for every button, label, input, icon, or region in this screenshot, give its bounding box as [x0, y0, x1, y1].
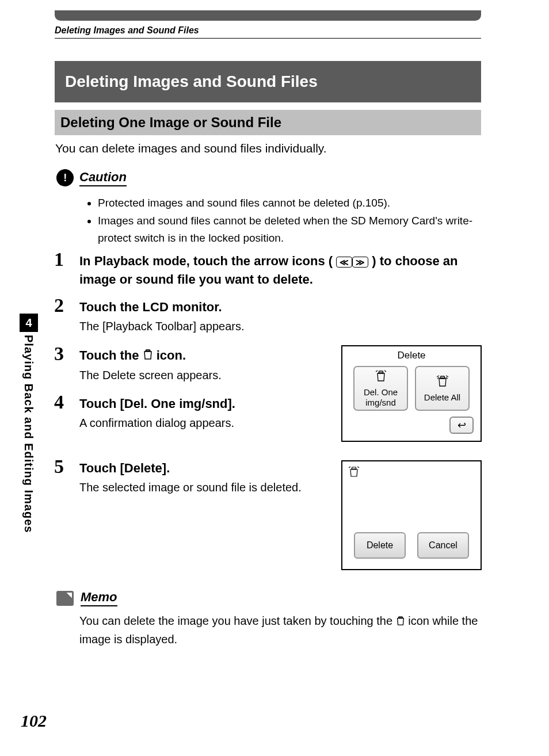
memo-text-a: You can delete the image you have just t… [79, 614, 396, 627]
page-number: 102 [21, 711, 47, 731]
page-title: Deleting Images and Sound Files [55, 61, 481, 102]
trash-icon [396, 613, 405, 631]
delete-screen: Delete Del. One img/snd Delete All ↩ [341, 345, 482, 442]
del-one-button[interactable]: Del. One img/snd [353, 366, 408, 411]
back-button[interactable]: ↩ [449, 417, 474, 434]
confirm-delete-button[interactable]: Delete [354, 532, 406, 559]
delete-all-button[interactable]: Delete All [415, 366, 470, 411]
step-number: 3 [54, 343, 64, 365]
caution-icon [54, 167, 76, 189]
step-number: 1 [54, 249, 64, 270]
step-1-heading: In Playback mode, touch the arrow icons … [79, 252, 480, 289]
caution-heading: Caution [56, 169, 127, 186]
step-number: 2 [54, 295, 64, 316]
header-underline [55, 38, 481, 39]
step-number: 5 [54, 456, 64, 478]
side-tab-number: 4 [20, 314, 38, 332]
running-header: Deleting Images and Sound Files [55, 25, 199, 36]
caution-bullet-2: Images and sound files cannot be deleted… [98, 212, 480, 246]
step-3-text-b: icon. [157, 348, 186, 362]
step-2-heading: Touch the LCD monitor. [79, 298, 480, 316]
side-tab-text: Playing Back and Editing Images [22, 335, 35, 533]
memo-text: You can delete the image you have just t… [79, 612, 481, 648]
del-one-label-1: Del. One [364, 387, 398, 397]
delete-screen-title: Delete [342, 346, 481, 366]
caution-bullets: Protected images and sound files cannot … [87, 194, 480, 247]
caution-bullet-1: Protected images and sound files cannot … [98, 194, 480, 211]
trash-icon [143, 347, 153, 365]
back-arrow-icon: ↩ [458, 419, 466, 432]
step-2: 2 Touch the LCD monitor. The [Playback T… [54, 298, 480, 333]
trash-all-icon [436, 375, 449, 390]
right-arrow-icon: ≫ [352, 257, 368, 268]
intro-text: You can delete images and sound files in… [55, 142, 327, 155]
step-number: 4 [54, 391, 64, 413]
confirm-screen: Delete Cancel [341, 460, 482, 570]
memo-label: Memo [81, 590, 117, 606]
step-2-body: The [Playback Toolbar] appears. [79, 320, 480, 333]
trash-small-icon [348, 466, 360, 480]
step-1-text-a: In Playback mode, touch the arrow icons … [79, 254, 333, 268]
caution-label: Caution [79, 170, 127, 186]
trash-single-icon [375, 369, 387, 385]
step-3-text-a: Touch the [79, 348, 143, 362]
left-arrow-icon: ≪ [336, 257, 352, 268]
step-1: 1 In Playback mode, touch the arrow icon… [54, 252, 480, 289]
section-subtitle: Deleting One Image or Sound File [55, 110, 481, 135]
memo-icon [56, 591, 74, 606]
del-one-label-2: img/snd [365, 398, 396, 407]
page-top-bar [55, 10, 481, 21]
delete-all-label: Delete All [424, 392, 460, 402]
memo-heading: Memo [56, 590, 117, 606]
cancel-button[interactable]: Cancel [417, 532, 469, 559]
